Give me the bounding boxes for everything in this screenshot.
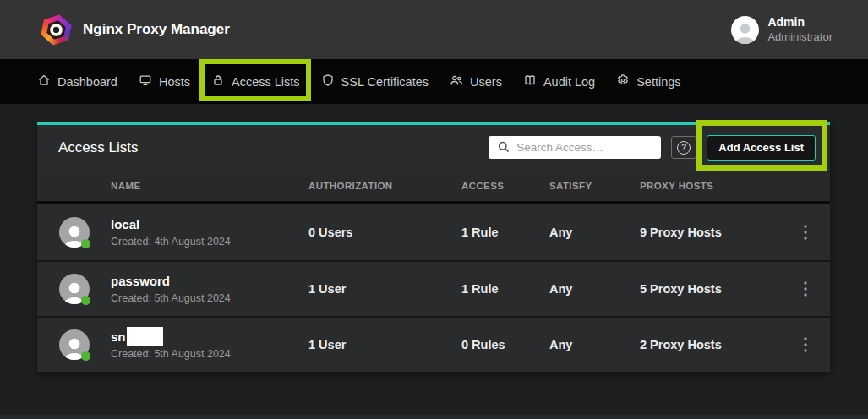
row-menu-button[interactable] bbox=[781, 318, 830, 372]
nav-item-ssl-certificates[interactable]: SSL Certificates bbox=[321, 73, 429, 90]
home-icon bbox=[37, 73, 51, 90]
access-list-name: password bbox=[111, 274, 170, 289]
search-icon bbox=[497, 140, 510, 157]
satisfy-value: Any bbox=[549, 226, 640, 239]
nav-label: Access Lists bbox=[232, 75, 300, 89]
nav-item-dashboard[interactable]: Dashboard bbox=[37, 73, 117, 90]
proxy-hosts-value: 5 Proxy Hosts bbox=[640, 282, 781, 296]
access-list-created: Created: 5th August 2024 bbox=[111, 348, 231, 361]
column-header-satisfy: SATISFY bbox=[549, 181, 640, 191]
table-row[interactable]: local Created: 4th August 2024 0 Users 1… bbox=[37, 204, 830, 260]
access-list-name: sn bbox=[111, 329, 126, 345]
row-avatar bbox=[59, 274, 90, 304]
column-header-name: NAME bbox=[37, 181, 308, 191]
access-list-created: Created: 4th August 2024 bbox=[111, 236, 231, 248]
access-lists-panel: Access Lists ? Add Access List NAME AUTH… bbox=[37, 122, 830, 372]
users-icon bbox=[450, 73, 463, 90]
table-header-row: NAME AUTHORIZATION ACCESS SATISFY PROXY … bbox=[37, 170, 830, 201]
help-button[interactable]: ? bbox=[671, 136, 696, 159]
column-header-proxy-hosts: PROXY HOSTS bbox=[640, 181, 781, 191]
search-input[interactable] bbox=[489, 136, 661, 159]
access-list-created: Created: 5th August 2024 bbox=[111, 292, 231, 305]
access-value: 1 Rule bbox=[461, 282, 549, 296]
nav-item-hosts[interactable]: Hosts bbox=[139, 73, 190, 90]
table-body: local Created: 4th August 2024 0 Users 1… bbox=[37, 204, 830, 372]
bottom-edge-strip bbox=[0, 415, 868, 419]
npm-logo-icon bbox=[41, 14, 72, 46]
column-header-access: ACCESS bbox=[461, 181, 549, 191]
add-access-list-button[interactable]: Add Access List bbox=[707, 135, 816, 161]
access-value: 0 Rules bbox=[461, 338, 549, 351]
user-role: Administrator bbox=[767, 30, 833, 44]
shield-icon bbox=[321, 73, 335, 90]
gear-icon bbox=[616, 73, 630, 90]
nav-item-audit-log[interactable]: Audit Log bbox=[523, 73, 595, 90]
access-list-name: local bbox=[111, 217, 139, 232]
panel-title: Access Lists bbox=[58, 139, 138, 156]
table-row[interactable]: sn Created: 5th August 2024 1 User 0 Rul… bbox=[37, 316, 830, 372]
main-nav: Dashboard Hosts Access Lists SSL Certifi… bbox=[0, 59, 868, 104]
nav-label: SSL Certificates bbox=[341, 75, 429, 89]
authorization-value: 1 User bbox=[308, 338, 461, 351]
satisfy-value: Any bbox=[549, 338, 640, 351]
redaction-box bbox=[127, 327, 163, 346]
search-box bbox=[489, 136, 661, 159]
column-header-authorization: AUTHORIZATION bbox=[308, 181, 461, 191]
user-avatar bbox=[731, 16, 759, 44]
status-dot-icon bbox=[81, 351, 90, 361]
authorization-value: 0 Users bbox=[308, 226, 461, 239]
book-icon bbox=[523, 73, 537, 90]
nav-label: Users bbox=[470, 75, 502, 89]
proxy-hosts-value: 2 Proxy Hosts bbox=[640, 338, 781, 351]
access-value: 1 Rule bbox=[461, 226, 549, 239]
row-menu-button[interactable] bbox=[781, 204, 830, 260]
authorization-value: 1 User bbox=[308, 282, 461, 296]
status-dot-icon bbox=[81, 296, 90, 305]
table-row[interactable]: password Created: 5th August 2024 1 User… bbox=[37, 260, 830, 316]
row-avatar bbox=[59, 329, 90, 360]
user-name: Admin bbox=[767, 15, 833, 30]
nav-item-access-lists[interactable]: Access Lists bbox=[211, 73, 300, 90]
nav-label: Settings bbox=[636, 75, 680, 89]
satisfy-value: Any bbox=[549, 282, 640, 296]
nav-item-settings[interactable]: Settings bbox=[616, 73, 680, 90]
help-icon: ? bbox=[677, 141, 691, 155]
panel-header: Access Lists ? Add Access List bbox=[37, 125, 830, 170]
row-menu-button[interactable] bbox=[781, 262, 830, 316]
nav-label: Hosts bbox=[159, 75, 190, 89]
top-header: Nginx Proxy Manager Admin Administrator bbox=[0, 0, 868, 59]
row-avatar bbox=[59, 217, 90, 248]
nav-label: Dashboard bbox=[57, 75, 117, 89]
nav-label: Audit Log bbox=[543, 75, 595, 89]
proxy-hosts-value: 9 Proxy Hosts bbox=[640, 226, 781, 239]
app-title: Nginx Proxy Manager bbox=[83, 21, 230, 38]
nav-item-users[interactable]: Users bbox=[450, 73, 502, 90]
user-menu[interactable]: Admin Administrator bbox=[731, 15, 833, 44]
lock-icon bbox=[211, 73, 225, 90]
monitor-icon bbox=[139, 73, 152, 90]
status-dot-icon bbox=[81, 239, 90, 248]
app-window: Nginx Proxy Manager Admin Administrator … bbox=[0, 0, 868, 419]
